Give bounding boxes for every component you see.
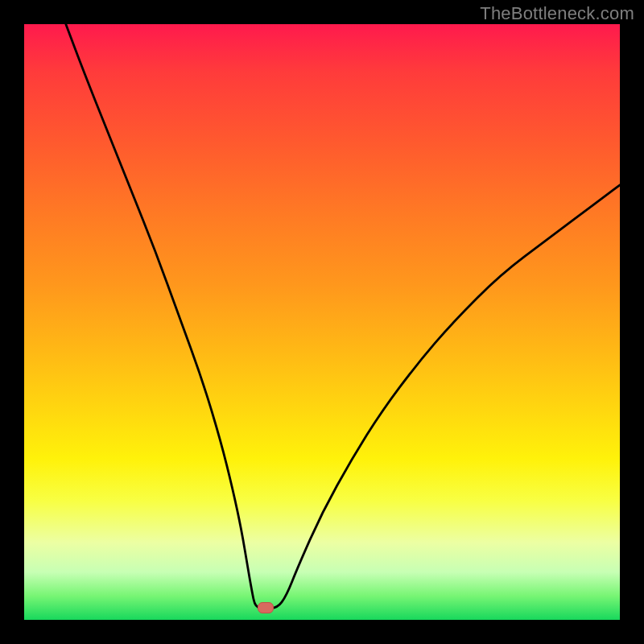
optimal-point-marker	[258, 602, 274, 613]
bottleneck-curve	[24, 24, 620, 620]
chart-frame: TheBottleneck.com	[0, 0, 644, 644]
watermark-text: TheBottleneck.com	[480, 3, 634, 24]
plot-area	[24, 24, 620, 620]
